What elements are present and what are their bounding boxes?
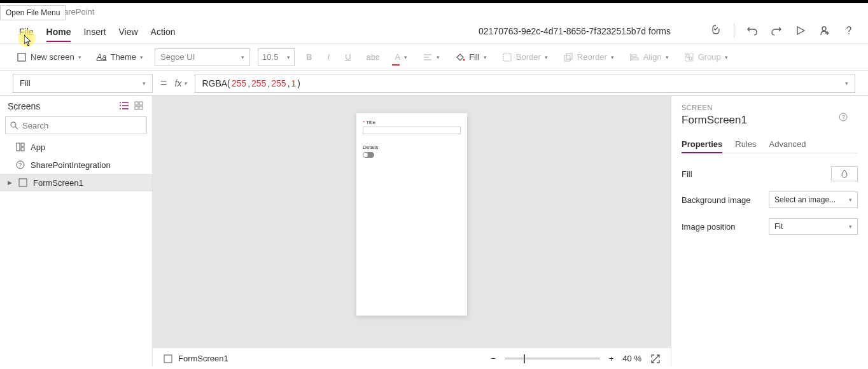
help-icon[interactable] bbox=[843, 24, 855, 37]
font-family-select[interactable]: Segoe UI ▾ bbox=[155, 48, 250, 66]
fx-button[interactable]: fx ▾ bbox=[175, 78, 188, 88]
svg-rect-7 bbox=[503, 53, 511, 61]
imgpos-select[interactable]: Fit ▾ bbox=[769, 218, 858, 235]
canvas-area[interactable]: * Title Details bbox=[153, 96, 671, 366]
app-icon bbox=[15, 142, 25, 152]
zoom-out-button[interactable]: − bbox=[491, 354, 496, 363]
chevron-down-icon: ▾ bbox=[849, 197, 852, 203]
field-title-input[interactable] bbox=[363, 127, 461, 134]
underline-button[interactable]: U bbox=[341, 50, 354, 64]
tree-panel: Screens App ? SharePointIntegration ▶ Fo… bbox=[0, 96, 153, 366]
chevron-down-icon: ▾ bbox=[611, 54, 614, 60]
grid-view-icon[interactable] bbox=[134, 101, 144, 111]
svg-text:?: ? bbox=[18, 162, 22, 168]
italic-button[interactable]: I bbox=[324, 50, 334, 64]
chevron-down-icon: ▾ bbox=[545, 54, 548, 60]
tab-properties[interactable]: Properties bbox=[682, 136, 722, 153]
bold-button[interactable]: B bbox=[302, 50, 316, 64]
svg-rect-22 bbox=[135, 102, 138, 105]
formula-bar: Fill ▾ = fx ▾ RGBA(255,255,255,1) ▾ bbox=[0, 71, 868, 96]
play-icon[interactable] bbox=[794, 24, 807, 37]
panel-tabs: Properties Rules Advanced bbox=[682, 136, 858, 153]
zoom-value: 40 % bbox=[622, 354, 641, 363]
property-selector[interactable]: Fill ▾ bbox=[13, 74, 153, 93]
property-value: Fill bbox=[20, 78, 31, 88]
chevron-down-icon[interactable]: ▾ bbox=[845, 80, 848, 87]
svg-rect-2 bbox=[18, 53, 25, 61]
fill-color-swatch[interactable] bbox=[831, 166, 858, 181]
form-canvas[interactable]: * Title Details bbox=[356, 113, 467, 316]
paint-drop-icon bbox=[839, 169, 850, 179]
svg-text:?: ? bbox=[842, 114, 845, 120]
menu-home[interactable]: Home bbox=[40, 22, 78, 42]
tree-search-input[interactable] bbox=[22, 121, 143, 130]
reorder-button[interactable]: Reorder ▾ bbox=[559, 50, 618, 65]
share-icon[interactable] bbox=[818, 24, 831, 37]
align-label: Align bbox=[643, 52, 662, 62]
zoom-slider[interactable] bbox=[505, 358, 600, 359]
tree-header: Screens bbox=[0, 96, 152, 116]
prop-fill-label: Fill bbox=[682, 169, 692, 179]
chevron-down-icon: ▾ bbox=[725, 54, 728, 60]
menu-bar: File Home Insert View Action 02170763-9e… bbox=[0, 20, 868, 44]
chevron-down-icon: ▾ bbox=[241, 54, 244, 60]
theme-button[interactable]: Aa Theme ▾ bbox=[93, 50, 147, 65]
chevron-down-icon: ▾ bbox=[78, 54, 81, 60]
app-checker-icon[interactable] bbox=[710, 24, 722, 37]
tree-item-sharepoint[interactable]: ? SharePointIntegration bbox=[0, 156, 152, 174]
font-color-button[interactable]: A ▾ bbox=[391, 50, 411, 64]
svg-line-37 bbox=[652, 355, 659, 363]
status-screen-name: FormScreen1 bbox=[178, 354, 228, 363]
reorder-icon bbox=[563, 52, 573, 62]
font-size-select[interactable]: 10.5 ▾ bbox=[258, 48, 295, 66]
chevron-down-icon: ▾ bbox=[666, 54, 669, 60]
redo-icon[interactable] bbox=[770, 24, 783, 37]
svg-rect-30 bbox=[21, 148, 24, 151]
prop-row-imgpos: Image position Fit ▾ bbox=[682, 213, 858, 240]
tab-rules[interactable]: Rules bbox=[735, 136, 756, 153]
tab-advanced[interactable]: Advanced bbox=[769, 136, 806, 153]
screen-icon bbox=[18, 178, 28, 188]
tree-item-label: SharePointIntegration bbox=[31, 160, 111, 170]
fill-button[interactable]: Fill ▾ bbox=[451, 50, 491, 65]
menu-action[interactable]: Action bbox=[144, 22, 182, 42]
new-screen-icon bbox=[17, 52, 27, 62]
svg-point-1 bbox=[848, 33, 850, 34]
align-text-button[interactable]: ▾ bbox=[419, 50, 444, 65]
group-button[interactable]: Group ▾ bbox=[680, 50, 732, 65]
tree-item-label: FormScreen1 bbox=[33, 178, 83, 188]
theme-label: Theme bbox=[111, 52, 136, 62]
group-label: Group bbox=[698, 52, 721, 62]
prop-row-fill: Fill bbox=[682, 161, 858, 186]
menu-file[interactable]: File bbox=[13, 22, 40, 42]
zoom-in-button[interactable]: + bbox=[609, 354, 614, 363]
tree-item-app[interactable]: App bbox=[0, 138, 152, 156]
reorder-label: Reorder bbox=[577, 52, 607, 62]
border-button[interactable]: Border ▾ bbox=[498, 50, 552, 65]
svg-line-27 bbox=[15, 127, 18, 129]
tree-item-formscreen[interactable]: ▶ FormScreen1 bbox=[0, 174, 152, 191]
new-screen-button[interactable]: New screen ▾ bbox=[13, 50, 85, 65]
menu-insert[interactable]: Insert bbox=[77, 22, 112, 42]
svg-rect-28 bbox=[17, 143, 20, 151]
svg-rect-15 bbox=[689, 57, 692, 60]
formula-input[interactable]: RGBA(255,255,255,1) ▾ bbox=[195, 74, 855, 93]
undo-icon[interactable] bbox=[746, 24, 759, 37]
tree-search[interactable] bbox=[5, 116, 147, 134]
svg-rect-29 bbox=[21, 143, 24, 146]
panel-help-icon[interactable]: ? bbox=[839, 113, 848, 122]
align-ctrl-button[interactable]: Align ▾ bbox=[626, 50, 673, 65]
details-toggle[interactable] bbox=[363, 152, 374, 158]
svg-rect-36 bbox=[164, 355, 172, 363]
fit-screen-icon[interactable] bbox=[650, 354, 661, 364]
border-label: Border bbox=[516, 52, 541, 62]
prop-row-bgimage: Background image Select an image... ▾ bbox=[682, 186, 858, 213]
properties-panel: SCREEN FormScreen1 ? Properties Rules Ad… bbox=[671, 96, 868, 366]
list-view-icon[interactable] bbox=[119, 101, 129, 111]
caret-icon[interactable]: ▶ bbox=[8, 179, 13, 186]
strikethrough-button[interactable]: abc bbox=[363, 50, 384, 64]
ribbon-toolbar: New screen ▾ Aa Theme ▾ Segoe UI ▾ 10.5 … bbox=[0, 44, 868, 71]
bgimage-select[interactable]: Select an image... ▾ bbox=[769, 191, 858, 208]
tree-list: App ? SharePointIntegration ▶ FormScreen… bbox=[0, 134, 152, 195]
menu-view[interactable]: View bbox=[112, 22, 144, 42]
